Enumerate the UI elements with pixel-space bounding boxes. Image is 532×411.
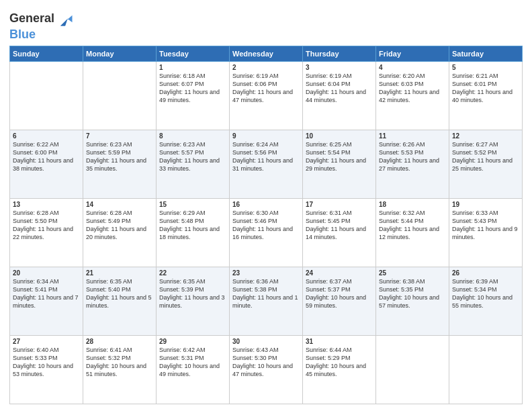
day-number: 20 (13, 269, 80, 277)
day-info: Sunrise: 6:29 AM Sunset: 5:48 PM Dayligh… (159, 209, 226, 242)
calendar-cell: 26Sunrise: 6:39 AM Sunset: 5:34 PM Dayli… (449, 267, 523, 335)
calendar-cell: 23Sunrise: 6:36 AM Sunset: 5:38 PM Dayli… (230, 267, 303, 335)
calendar-week-row: 27Sunrise: 6:40 AM Sunset: 5:33 PM Dayli… (10, 335, 523, 404)
day-info: Sunrise: 6:30 AM Sunset: 5:46 PM Dayligh… (232, 209, 300, 242)
day-info: Sunrise: 6:40 AM Sunset: 5:33 PM Dayligh… (13, 346, 80, 379)
calendar-cell (10, 61, 83, 130)
header: General Blue (9, 7, 523, 42)
day-info: Sunrise: 6:19 AM Sunset: 6:06 PM Dayligh… (232, 72, 300, 105)
day-number: 27 (13, 338, 80, 345)
day-number: 11 (379, 132, 446, 140)
day-number: 12 (452, 132, 519, 140)
day-number: 10 (306, 132, 373, 140)
day-info: Sunrise: 6:35 AM Sunset: 5:40 PM Dayligh… (86, 277, 153, 310)
day-number: 7 (86, 132, 153, 140)
day-info: Sunrise: 6:43 AM Sunset: 5:30 PM Dayligh… (232, 346, 300, 379)
day-info: Sunrise: 6:26 AM Sunset: 5:53 PM Dayligh… (379, 140, 446, 173)
calendar: SundayMondayTuesdayWednesdayThursdayFrid… (9, 46, 523, 404)
calendar-cell: 15Sunrise: 6:29 AM Sunset: 5:48 PM Dayli… (157, 198, 230, 267)
calendar-cell: 3Sunrise: 6:19 AM Sunset: 6:04 PM Daylig… (303, 61, 376, 130)
logo-text-line2: Blue (9, 28, 75, 42)
calendar-cell: 25Sunrise: 6:38 AM Sunset: 5:35 PM Dayli… (376, 267, 449, 335)
day-number: 14 (86, 201, 153, 208)
day-number: 6 (13, 132, 80, 140)
calendar-week-row: 13Sunrise: 6:28 AM Sunset: 5:50 PM Dayli… (10, 198, 523, 267)
calendar-header-thursday: Thursday (303, 46, 376, 61)
day-info: Sunrise: 6:27 AM Sunset: 5:52 PM Dayligh… (452, 140, 519, 173)
calendar-header-row: SundayMondayTuesdayWednesdayThursdayFrid… (10, 46, 523, 61)
day-number: 19 (452, 201, 519, 208)
day-number: 17 (306, 201, 373, 208)
logo: General Blue (9, 9, 75, 42)
calendar-cell: 2Sunrise: 6:19 AM Sunset: 6:06 PM Daylig… (230, 61, 303, 130)
calendar-cell (83, 61, 157, 130)
calendar-cell: 17Sunrise: 6:31 AM Sunset: 5:45 PM Dayli… (303, 198, 376, 267)
day-number: 15 (159, 201, 226, 208)
day-info: Sunrise: 6:31 AM Sunset: 5:45 PM Dayligh… (306, 209, 373, 242)
day-number: 31 (306, 338, 373, 345)
calendar-cell: 27Sunrise: 6:40 AM Sunset: 5:33 PM Dayli… (10, 335, 83, 404)
day-number: 4 (379, 64, 446, 71)
day-info: Sunrise: 6:41 AM Sunset: 5:32 PM Dayligh… (86, 346, 153, 379)
day-info: Sunrise: 6:24 AM Sunset: 5:56 PM Dayligh… (232, 140, 300, 173)
day-number: 18 (379, 201, 446, 208)
day-number: 16 (232, 201, 300, 208)
day-number: 28 (86, 338, 153, 345)
calendar-header-saturday: Saturday (449, 46, 523, 61)
day-info: Sunrise: 6:44 AM Sunset: 5:29 PM Dayligh… (306, 346, 373, 379)
calendar-cell: 5Sunrise: 6:21 AM Sunset: 6:01 PM Daylig… (449, 61, 523, 130)
day-info: Sunrise: 6:35 AM Sunset: 5:39 PM Dayligh… (159, 277, 226, 310)
calendar-cell: 11Sunrise: 6:26 AM Sunset: 5:53 PM Dayli… (376, 130, 449, 198)
calendar-cell: 19Sunrise: 6:33 AM Sunset: 5:43 PM Dayli… (449, 198, 523, 267)
day-number: 23 (232, 269, 300, 277)
day-info: Sunrise: 6:38 AM Sunset: 5:35 PM Dayligh… (379, 277, 446, 310)
calendar-cell: 8Sunrise: 6:23 AM Sunset: 5:57 PM Daylig… (157, 130, 230, 198)
day-number: 25 (379, 269, 446, 277)
day-info: Sunrise: 6:23 AM Sunset: 5:59 PM Dayligh… (86, 140, 153, 173)
calendar-cell: 24Sunrise: 6:37 AM Sunset: 5:37 PM Dayli… (303, 267, 376, 335)
day-info: Sunrise: 6:33 AM Sunset: 5:43 PM Dayligh… (452, 209, 519, 242)
day-info: Sunrise: 6:21 AM Sunset: 6:01 PM Dayligh… (452, 72, 519, 105)
logo-icon (56, 9, 75, 28)
calendar-header-wednesday: Wednesday (230, 46, 303, 61)
day-number: 24 (306, 269, 373, 277)
calendar-cell: 22Sunrise: 6:35 AM Sunset: 5:39 PM Dayli… (157, 267, 230, 335)
day-info: Sunrise: 6:36 AM Sunset: 5:38 PM Dayligh… (232, 277, 300, 310)
day-info: Sunrise: 6:22 AM Sunset: 6:00 PM Dayligh… (13, 140, 80, 173)
calendar-cell: 9Sunrise: 6:24 AM Sunset: 5:56 PM Daylig… (230, 130, 303, 198)
calendar-cell: 4Sunrise: 6:20 AM Sunset: 6:03 PM Daylig… (376, 61, 449, 130)
day-info: Sunrise: 6:28 AM Sunset: 5:49 PM Dayligh… (86, 209, 153, 242)
calendar-week-row: 1Sunrise: 6:18 AM Sunset: 6:07 PM Daylig… (10, 61, 523, 130)
day-info: Sunrise: 6:23 AM Sunset: 5:57 PM Dayligh… (159, 140, 226, 173)
calendar-cell: 31Sunrise: 6:44 AM Sunset: 5:29 PM Dayli… (303, 335, 376, 404)
day-number: 5 (452, 64, 519, 71)
day-info: Sunrise: 6:20 AM Sunset: 6:03 PM Dayligh… (379, 72, 446, 105)
day-info: Sunrise: 6:37 AM Sunset: 5:37 PM Dayligh… (306, 277, 373, 310)
calendar-cell: 20Sunrise: 6:34 AM Sunset: 5:41 PM Dayli… (10, 267, 83, 335)
calendar-cell (376, 335, 449, 404)
day-number: 13 (13, 201, 80, 208)
calendar-header-tuesday: Tuesday (157, 46, 230, 61)
calendar-cell: 29Sunrise: 6:42 AM Sunset: 5:31 PM Dayli… (157, 335, 230, 404)
day-number: 1 (159, 64, 226, 71)
day-number: 21 (86, 269, 153, 277)
day-number: 30 (232, 338, 300, 345)
day-info: Sunrise: 6:19 AM Sunset: 6:04 PM Dayligh… (306, 72, 373, 105)
page: General Blue SundayMondayTuesdayWednesda… (0, 0, 532, 411)
day-number: 9 (232, 132, 300, 140)
day-number: 29 (159, 338, 226, 345)
calendar-header-sunday: Sunday (10, 46, 83, 61)
day-number: 26 (452, 269, 519, 277)
calendar-cell: 10Sunrise: 6:25 AM Sunset: 5:54 PM Dayli… (303, 130, 376, 198)
calendar-header-monday: Monday (83, 46, 157, 61)
day-number: 8 (159, 132, 226, 140)
calendar-week-row: 6Sunrise: 6:22 AM Sunset: 6:00 PM Daylig… (10, 130, 523, 198)
calendar-cell: 13Sunrise: 6:28 AM Sunset: 5:50 PM Dayli… (10, 198, 83, 267)
calendar-cell: 16Sunrise: 6:30 AM Sunset: 5:46 PM Dayli… (230, 198, 303, 267)
calendar-cell: 28Sunrise: 6:41 AM Sunset: 5:32 PM Dayli… (83, 335, 157, 404)
logo-text-line1: General (9, 12, 54, 26)
calendar-cell: 12Sunrise: 6:27 AM Sunset: 5:52 PM Dayli… (449, 130, 523, 198)
day-number: 3 (306, 64, 373, 71)
calendar-cell: 1Sunrise: 6:18 AM Sunset: 6:07 PM Daylig… (157, 61, 230, 130)
calendar-cell: 30Sunrise: 6:43 AM Sunset: 5:30 PM Dayli… (230, 335, 303, 404)
